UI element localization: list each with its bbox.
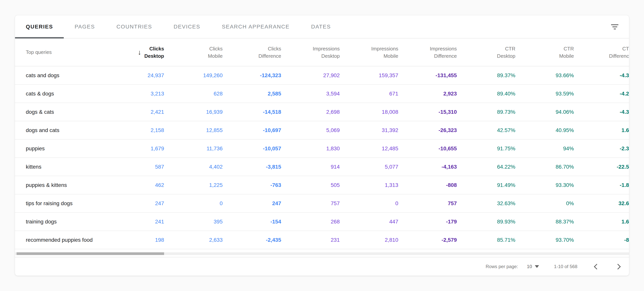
table-row: kittens5874,402-3,8159145,077-4,16364.22…	[15, 158, 629, 176]
cell-ctr-mobile: 88.37%	[515, 219, 574, 225]
cell-clicks-desktop: 587	[106, 164, 164, 170]
search-analytics-card: QUERIESPAGESCOUNTRIESDEVICESSEARCH APPEA…	[15, 15, 629, 276]
column-header-impressions-desktop[interactable]: ImpressionsDesktop	[313, 45, 340, 60]
cell-clicks-mobile: 4,402	[164, 164, 223, 170]
cell-clicks-diff: -10,697	[223, 127, 281, 133]
cell-ctr-diff: -4.2	[574, 91, 629, 97]
tab-devices[interactable]: DEVICES	[163, 15, 211, 38]
cell-clicks-diff: -2,435	[223, 237, 281, 243]
tab-dates[interactable]: DATES	[300, 15, 342, 38]
table-header-row: Top queries ↓ClicksDesktopClicksMobileCl…	[15, 38, 629, 66]
sort-descending-icon: ↓	[138, 49, 141, 56]
column-header-line1: CTR	[505, 46, 515, 51]
cell-clicks-desktop: 3,213	[106, 91, 164, 97]
query-cell[interactable]: kittens	[15, 164, 106, 170]
cell-ctr-desktop: 32.63%	[457, 200, 515, 207]
dropdown-caret-icon	[535, 265, 539, 268]
cell-clicks-mobile: 1,225	[164, 182, 223, 188]
query-cell[interactable]: puppies	[15, 145, 106, 152]
tab-queries[interactable]: QUERIES	[15, 15, 64, 38]
cell-impr-desktop: 268	[281, 219, 340, 225]
query-cell[interactable]: tips for raising dogs	[15, 200, 106, 207]
cell-impr-mobile: 12,485	[340, 145, 398, 152]
cell-impr-diff: -26,323	[398, 127, 457, 133]
cell-impr-mobile: 2,810	[340, 237, 398, 243]
tab-countries[interactable]: COUNTRIES	[106, 15, 163, 38]
pagination-bar: Rows per page: 10 1-10 of 568	[15, 257, 629, 276]
filter-icon-bar	[612, 26, 617, 27]
cell-clicks-mobile: 11,736	[164, 145, 223, 152]
cell-ctr-mobile: 40.95%	[515, 127, 574, 133]
column-header-ctr-mobile[interactable]: CTRMobile	[559, 45, 574, 60]
cell-ctr-mobile: 93.59%	[515, 91, 574, 97]
cell-impr-desktop: 27,902	[281, 72, 340, 78]
cell-impr-desktop: 1,830	[281, 145, 340, 152]
cell-clicks-mobile: 16,939	[164, 109, 223, 115]
column-header-line1: CTR	[564, 46, 574, 51]
cell-clicks-diff: -10,057	[223, 145, 281, 152]
column-header-text: ClicksMobile	[208, 45, 223, 60]
cell-impr-desktop: 3,594	[281, 91, 340, 97]
cell-impr-diff: -4,163	[398, 164, 457, 170]
column-header-clicks-desktop[interactable]: ↓ClicksDesktop	[138, 45, 164, 60]
table-row: dogs & cats2,42116,939-14,5182,69818,008…	[15, 103, 629, 121]
cell-impr-diff: -131,455	[398, 72, 457, 78]
query-cell[interactable]: training dogs	[15, 219, 106, 225]
column-header-text: ImpressionsMobile	[371, 45, 398, 60]
tab-search-appearance[interactable]: SEARCH APPEARANCE	[211, 15, 300, 38]
cell-clicks-desktop: 24,937	[106, 72, 164, 78]
column-header-line2: Desktop	[144, 53, 164, 59]
cell-ctr-mobile: 86.70%	[515, 164, 574, 170]
rows-per-page-select[interactable]: 10	[527, 264, 539, 269]
cell-impr-desktop: 5,069	[281, 127, 340, 133]
table-row: cats and dogs24,937149,260-124,32327,902…	[15, 66, 629, 85]
cell-impr-diff: -15,310	[398, 109, 457, 115]
column-header-text: ImpressionsDesktop	[313, 45, 340, 60]
column-header-line1: CT	[622, 46, 629, 51]
cell-clicks-mobile: 628	[164, 91, 223, 97]
cell-ctr-mobile: 93.70%	[515, 237, 574, 243]
cell-ctr-desktop: 89.37%	[457, 72, 515, 78]
column-header-text: ImpressionsDifference	[430, 45, 457, 60]
column-header-ctr-desktop[interactable]: CTRDesktop	[497, 45, 515, 60]
next-page-button[interactable]	[615, 264, 620, 269]
query-cell[interactable]: dogs & cats	[15, 109, 106, 115]
column-header-line1: Clicks	[149, 46, 164, 51]
cell-impr-desktop: 914	[281, 164, 340, 170]
cell-clicks-mobile: 149,260	[164, 72, 223, 78]
query-cell[interactable]: cats and dogs	[15, 72, 106, 78]
cell-impr-mobile: 1,313	[340, 182, 398, 188]
cell-impr-desktop: 757	[281, 200, 340, 207]
column-header-impressions-difference[interactable]: ImpressionsDifference	[430, 45, 457, 60]
tab-pages[interactable]: PAGES	[64, 15, 106, 38]
cell-ctr-desktop: 91.75%	[457, 145, 515, 152]
query-cell[interactable]: puppies & kittens	[15, 182, 106, 188]
cell-impr-desktop: 2,698	[281, 109, 340, 115]
cell-clicks-desktop: 2,421	[106, 109, 164, 115]
cell-ctr-mobile: 94%	[515, 145, 574, 152]
cell-impr-mobile: 0	[340, 200, 398, 207]
table-row: dogs and cats2,15812,855-10,6975,06931,3…	[15, 121, 629, 140]
column-header-text: ClicksDesktop	[144, 45, 164, 60]
query-cell[interactable]: dogs and cats	[15, 127, 106, 133]
cell-clicks-desktop: 241	[106, 219, 164, 225]
cell-clicks-desktop: 462	[106, 182, 164, 188]
tab-bar: QUERIESPAGESCOUNTRIESDEVICESSEARCH APPEA…	[15, 15, 629, 38]
column-header-text: CTRDesktop	[497, 45, 515, 60]
cell-impr-diff: -808	[398, 182, 457, 188]
scrollbar-thumb[interactable]	[16, 252, 164, 255]
query-cell[interactable]: recommended puppies food	[15, 237, 106, 243]
column-header-text: CTDifferenc	[609, 45, 629, 60]
column-header-clicks-difference[interactable]: ClicksDifference	[258, 45, 281, 60]
cell-impr-diff: 2,923	[398, 91, 457, 97]
cell-impr-mobile: 447	[340, 219, 398, 225]
rows-per-page-label: Rows per page:	[486, 264, 518, 269]
column-header-ct-differenc[interactable]: CTDifferenc	[609, 45, 629, 60]
filter-icon[interactable]	[610, 22, 619, 31]
column-header-clicks-mobile[interactable]: ClicksMobile	[208, 45, 223, 60]
column-header-impressions-mobile[interactable]: ImpressionsMobile	[371, 45, 398, 60]
cell-ctr-diff: -8	[574, 237, 629, 243]
query-cell[interactable]: cats & dogs	[15, 91, 106, 97]
cell-impr-desktop: 505	[281, 182, 340, 188]
previous-page-button[interactable]	[594, 264, 598, 269]
